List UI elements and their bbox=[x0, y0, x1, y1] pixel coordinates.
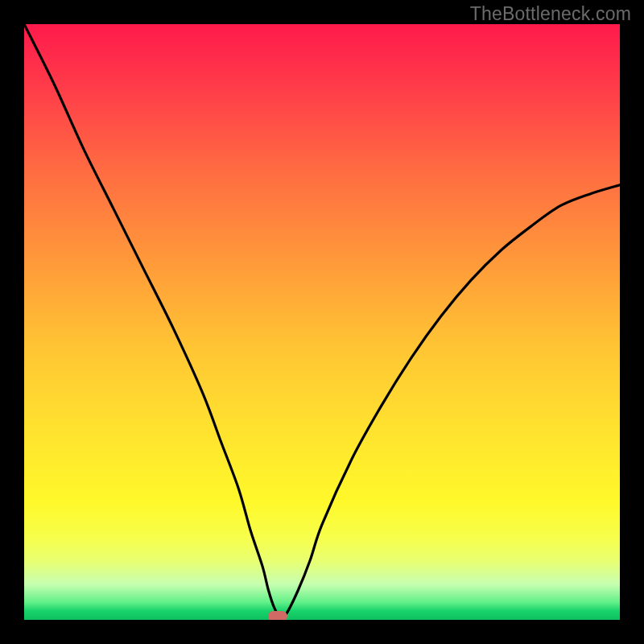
plot-area bbox=[24, 24, 620, 620]
minimum-marker bbox=[268, 611, 287, 620]
watermark-text: TheBottleneck.com bbox=[470, 3, 631, 25]
bottleneck-curve bbox=[24, 24, 620, 620]
chart-stage: TheBottleneck.com bbox=[0, 0, 644, 644]
